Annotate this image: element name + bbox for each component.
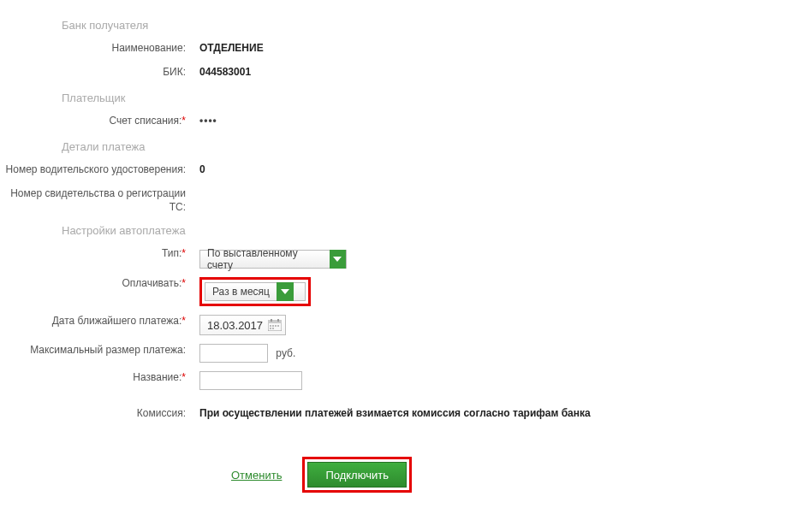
chevron-down-icon [277,282,294,301]
value-bank-name: ОТДЕЛЕНИЕ [193,40,803,54]
svg-rect-2 [271,319,272,322]
pay-dropdown-text: Раз в месяц [205,286,277,298]
date-value: 18.03.2017 [207,319,263,332]
row-registration: Номер свидетельства о регистрации ТС: [0,186,803,214]
type-dropdown-text: По выставленному счету [200,247,330,271]
label-registration: Номер свидетельства о регистрации ТС: [0,186,193,214]
section-details: Детали платежа [62,140,803,153]
type-dropdown[interactable]: По выставленному счету [199,250,347,269]
value-bik: 044583001 [193,64,803,78]
required-marker: * [181,247,186,259]
label-name: Название:* [0,369,193,385]
label-type: Тип:* [0,245,193,261]
label-max: Максимальный размер платежа: [0,342,193,358]
chevron-down-icon [330,250,346,269]
section-payer: Плательщик [62,92,803,104]
row-commission: Комиссия: При осуществлении платежей взи… [0,405,803,423]
label-commission: Комиссия: [0,405,193,421]
svg-rect-5 [272,325,274,327]
row-max: Максимальный размер платежа: руб. [0,342,803,363]
name-input[interactable] [199,371,302,390]
required-marker: * [181,277,186,289]
max-input[interactable] [199,344,268,363]
label-bik: БИК: [0,64,193,80]
max-unit: руб. [276,347,295,359]
svg-rect-7 [277,325,279,327]
svg-rect-8 [270,328,271,329]
row-date: Дата ближайшего платежа:* 18.03.2017 [0,313,803,335]
row-type: Тип:* По выставленному счету [0,245,803,269]
svg-rect-6 [275,325,277,327]
value-commission: При осуществлении платежей взимается ком… [193,405,803,419]
row-name: Название:* [0,369,803,390]
svg-rect-1 [268,321,282,323]
row-bank-name: Наименование: ОТДЕЛЕНИЕ [0,40,803,57]
pay-dropdown[interactable]: Раз в месяц [205,282,306,301]
value-license: 0 [193,162,803,175]
label-date: Дата ближайшего платежа:* [0,313,193,328]
calendar-icon [268,319,282,331]
highlight-submit: Подключить [302,457,412,493]
row-pay: Оплачивать:* Раз в месяц [0,275,803,306]
row-license: Номер водительского удостоверения: 0 [0,162,803,179]
cancel-link[interactable]: Отменить [231,469,282,482]
label-pay: Оплачивать:* [0,275,193,291]
value-account: •••• [193,113,803,127]
required-marker: * [181,371,186,383]
highlight-pay: Раз в месяц [199,277,311,306]
section-settings: Настройки автоплатежа [62,224,803,237]
actions-row: Отменить Подключить [0,457,803,493]
label-license: Номер водительского удостоверения: [0,162,193,177]
svg-rect-4 [270,325,271,327]
row-account: Счет списания:* •••• [0,113,803,130]
submit-button[interactable]: Подключить [307,462,407,488]
section-bank: Банк получателя [62,19,803,32]
required-marker: * [181,315,186,327]
required-marker: * [181,115,186,127]
value-registration [193,186,803,187]
label-bank-name: Наименование: [0,40,193,56]
svg-rect-9 [272,328,274,329]
label-account: Счет списания:* [0,113,193,128]
date-input[interactable]: 18.03.2017 [199,315,286,335]
svg-rect-3 [277,319,279,322]
row-bik: БИК: 044583001 [0,64,803,81]
